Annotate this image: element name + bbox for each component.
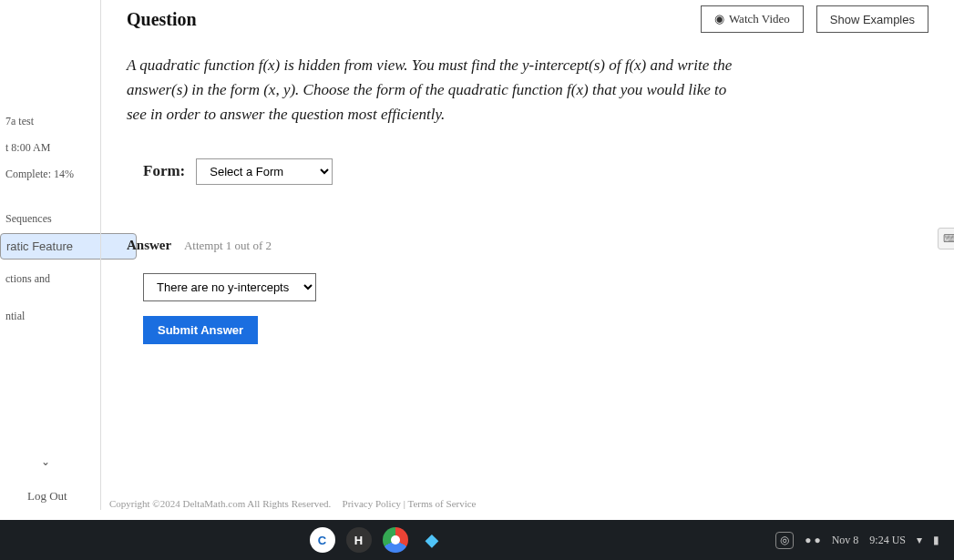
logout-link[interactable]: Log Out bbox=[27, 489, 67, 504]
submit-answer-button[interactable]: Submit Answer bbox=[143, 316, 258, 344]
watch-video-button[interactable]: ◉ Watch Video bbox=[701, 5, 804, 33]
app-icon-h[interactable]: H bbox=[346, 527, 372, 553]
chrome-icon[interactable] bbox=[383, 527, 408, 553]
wifi-icon[interactable]: ▾ bbox=[917, 534, 922, 547]
battery-icon[interactable]: ▮ bbox=[933, 534, 939, 547]
main-panel: Question ◉ Watch Video Show Examples A q… bbox=[100, 0, 954, 510]
show-examples-button[interactable]: Show Examples bbox=[816, 5, 928, 33]
sidebar-item: Complete: 14% bbox=[0, 162, 100, 187]
sidebar-item[interactable]: ntial bbox=[0, 304, 100, 329]
form-label: Form: bbox=[143, 162, 185, 180]
sidebar-item: t 8:00 AM bbox=[0, 136, 100, 160]
answer-label: Answer bbox=[127, 238, 171, 252]
question-prompt: A quadratic function f(x) is hidden from… bbox=[127, 53, 746, 127]
app-icon-c[interactable]: C bbox=[310, 527, 335, 553]
time-label: 9:24 US bbox=[869, 534, 906, 547]
sidebar: 7a test t 8:00 AM Complete: 14% Sequence… bbox=[0, 0, 100, 510]
copyright-text: Copyright ©2024 DeltaMath.com All Rights… bbox=[109, 498, 331, 509]
keyboard-icon[interactable]: ⌨ bbox=[938, 228, 954, 249]
collapse-icon[interactable]: ⌄ bbox=[41, 455, 50, 469]
sidebar-item[interactable]: Sequences bbox=[0, 207, 100, 231]
tray-icon[interactable]: ◎ bbox=[775, 532, 794, 549]
form-select[interactable]: Select a Form bbox=[196, 158, 333, 185]
sidebar-item[interactable]: 7a test bbox=[0, 109, 100, 134]
app-icon-drop[interactable]: ◆ bbox=[419, 527, 445, 553]
answer-select[interactable]: There are no y-intercepts bbox=[143, 273, 316, 301]
attempt-counter: Attempt 1 out of 2 bbox=[184, 239, 272, 252]
footer: Copyright ©2024 DeltaMath.com All Rights… bbox=[109, 498, 477, 509]
sidebar-item[interactable]: ctions and bbox=[0, 267, 100, 291]
footer-links[interactable]: Privacy Policy | Terms of Service bbox=[343, 498, 477, 509]
tray-dots[interactable]: ● ● bbox=[805, 534, 821, 547]
question-title: Question bbox=[127, 9, 197, 30]
chrome-shelf: C H ◆ ◎ ● ● Nov 8 9:24 US ▾ ▮ bbox=[0, 520, 954, 560]
date-label: Nov 8 bbox=[832, 534, 859, 547]
watch-video-label: Watch Video bbox=[729, 12, 790, 26]
play-icon: ◉ bbox=[714, 12, 724, 26]
